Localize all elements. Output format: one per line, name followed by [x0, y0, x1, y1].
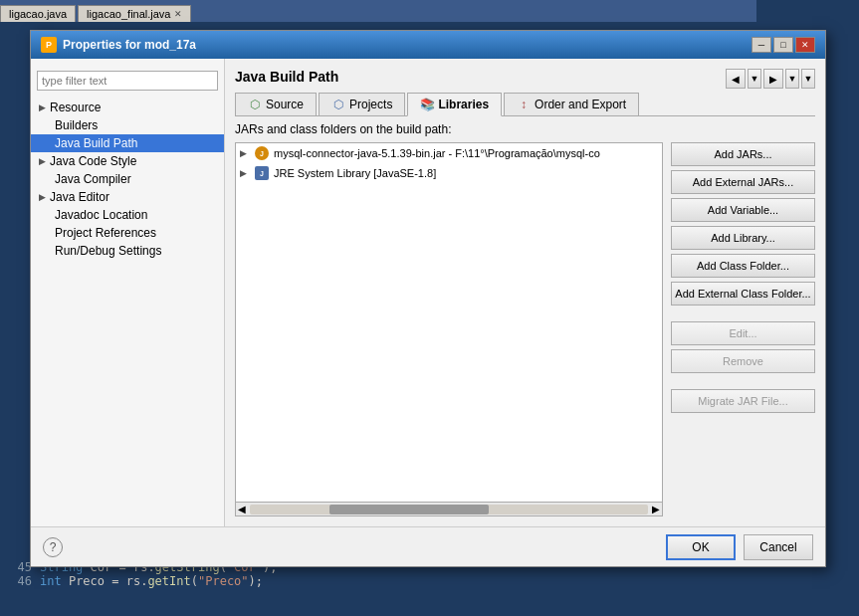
jars-description: JARs and class folders on the build path…	[235, 122, 815, 136]
tab-close-icon[interactable]: ✕	[174, 9, 182, 19]
sidebar-item-label: Java Code Style	[50, 154, 136, 168]
tab-label: Source	[266, 98, 304, 111]
sidebar-item-java-editor[interactable]: ▶ Java Editor	[31, 188, 224, 206]
tab-source[interactable]: ⬡ Source	[235, 93, 317, 115]
sidebar-item-builders[interactable]: Builders	[31, 116, 224, 134]
filter-container	[31, 67, 224, 95]
add-jars-button[interactable]: Add JARs...	[671, 142, 815, 166]
remove-button[interactable]: Remove	[671, 349, 815, 373]
cancel-button[interactable]: Cancel	[744, 534, 813, 560]
maximize-button[interactable]: □	[773, 37, 793, 53]
list-item[interactable]: ▶ J mysql-connector-java-5.1.39-bin.jar …	[236, 143, 662, 163]
tabs-bar: ⬡ Source ⬡ Projects 📚 Libraries ↕ Order …	[235, 93, 815, 116]
dialog-titlebar: P Properties for mod_17a ─ □ ✕	[31, 31, 825, 59]
sidebar-item-java-code-style[interactable]: ▶ Java Code Style	[31, 152, 224, 170]
add-variable-button[interactable]: Add Variable...	[671, 198, 815, 222]
forward-dropdown[interactable]: ▼	[785, 69, 799, 89]
add-external-jars-button[interactable]: Add External JARs...	[671, 170, 815, 194]
expand-arrow-icon: ▶	[39, 103, 46, 112]
help-button[interactable]: ?	[43, 537, 63, 557]
dialog-footer: ? OK Cancel	[31, 526, 825, 566]
dialog-title-area: P Properties for mod_17a	[41, 37, 196, 53]
sidebar-item-label: Java Editor	[50, 190, 109, 204]
expand-arrow-icon: ▶	[39, 156, 46, 166]
list-item[interactable]: ▶ J JRE System Library [JavaSE-1.8]	[236, 163, 662, 183]
sidebar-item-label: Java Compiler	[55, 172, 131, 186]
dialog-close-button[interactable]: ✕	[795, 37, 815, 53]
main-panel: ▶ J mysql-connector-java-5.1.39-bin.jar …	[235, 142, 815, 516]
add-library-button[interactable]: Add Library...	[671, 226, 815, 250]
tab-label: Order and Export	[535, 98, 626, 111]
code-content: int Preco = rs.getInt("Preco");	[40, 574, 263, 588]
line-number: 45	[8, 560, 32, 574]
library-list[interactable]: ▶ J mysql-connector-java-5.1.39-bin.jar …	[236, 143, 662, 502]
forward-button[interactable]: ▶	[763, 69, 783, 89]
export-icon: ↕	[517, 98, 531, 111]
sidebar-item-label: Project References	[55, 226, 156, 240]
library-label: mysql-connector-java-5.1.39-bin.jar - F:…	[274, 147, 600, 159]
edit-button[interactable]: Edit...	[671, 321, 815, 345]
sidebar-item-javadoc-location[interactable]: Javadoc Location	[31, 206, 224, 224]
titlebar-controls: ─ □ ✕	[752, 37, 815, 53]
dialog-icon: P	[41, 37, 57, 53]
scrollbar-thumb[interactable]	[329, 505, 489, 514]
sidebar-item-label: Resource	[50, 101, 101, 114]
library-list-container: ▶ J mysql-connector-java-5.1.39-bin.jar …	[235, 142, 663, 516]
action-buttons-panel: Add JARs... Add External JARs... Add Var…	[671, 142, 815, 516]
sidebar-item-java-build-path[interactable]: Java Build Path	[31, 134, 224, 152]
navigation-arrows: ◀ ▼ ▶ ▼ ▼	[726, 69, 815, 89]
jre-icon: J	[254, 165, 270, 181]
libraries-icon: 📚	[420, 98, 434, 111]
back-button[interactable]: ◀	[726, 69, 746, 89]
scroll-right-button[interactable]: ▶	[650, 504, 662, 514]
tab-label: ligacao_final.java	[87, 8, 170, 20]
tab-libraries[interactable]: 📚 Libraries	[407, 93, 502, 116]
dialog-title-text: Properties for mod_17a	[63, 38, 196, 52]
footer-left: ?	[43, 537, 658, 557]
add-class-folder-button[interactable]: Add Class Folder...	[671, 254, 815, 278]
add-external-class-folder-button[interactable]: Add External Class Folder...	[671, 282, 815, 306]
content-area: Java Build Path ◀ ▼ ▶ ▼ ▼ ⬡ Source ⬡ Pro…	[225, 59, 825, 526]
sidebar-item-project-references[interactable]: Project References	[31, 224, 224, 242]
scrollbar-track[interactable]	[250, 505, 648, 514]
expand-arrow-icon: ▶	[240, 168, 250, 178]
minimize-button[interactable]: ─	[752, 37, 771, 53]
migrate-jar-button[interactable]: Migrate JAR File...	[671, 389, 815, 413]
sidebar-item-label: Run/Debug Settings	[55, 244, 161, 258]
ok-button[interactable]: OK	[666, 534, 736, 560]
menu-dropdown[interactable]: ▼	[801, 69, 815, 89]
horizontal-scrollbar[interactable]: ◀ ▶	[236, 502, 662, 515]
expand-arrow-icon: ▶	[240, 148, 250, 158]
sidebar-item-java-compiler[interactable]: Java Compiler	[31, 170, 224, 188]
tab-ligacao-final-java[interactable]: ligacao_final.java ✕	[78, 5, 191, 22]
tab-label: Projects	[349, 98, 392, 111]
library-label: JRE System Library [JavaSE-1.8]	[274, 167, 436, 179]
code-line-46: 46 int Preco = rs.getInt("Preco");	[8, 574, 851, 588]
button-separator	[671, 309, 815, 317]
tab-projects[interactable]: ⬡ Projects	[319, 93, 405, 115]
tab-ligacao-java[interactable]: ligacao.java	[0, 5, 76, 22]
sidebar-item-label: Javadoc Location	[55, 208, 147, 222]
source-icon: ⬡	[248, 98, 262, 111]
jar-icon: J	[254, 145, 270, 161]
editor-tab-bar: ligacao.java ligacao_final.java ✕	[0, 0, 756, 22]
tab-order-export[interactable]: ↕ Order and Export	[504, 93, 639, 115]
projects-icon: ⬡	[331, 98, 345, 111]
sidebar-item-label: Builders	[55, 118, 98, 132]
properties-dialog: P Properties for mod_17a ─ □ ✕ ▶ Resourc…	[30, 30, 826, 567]
tab-label: Libraries	[438, 98, 489, 111]
filter-input[interactable]	[37, 71, 218, 91]
library-list-inner: ▶ J mysql-connector-java-5.1.39-bin.jar …	[236, 143, 662, 183]
back-dropdown[interactable]: ▼	[748, 69, 761, 89]
sidebar-item-label: Java Build Path	[55, 136, 137, 150]
expand-arrow-icon: ▶	[39, 192, 46, 202]
button-separator	[671, 377, 815, 385]
sidebar: ▶ Resource Builders Java Build Path ▶ Ja…	[31, 59, 225, 526]
sidebar-item-resource[interactable]: ▶ Resource	[31, 99, 224, 116]
line-number: 46	[8, 574, 32, 588]
scroll-left-button[interactable]: ◀	[236, 504, 248, 514]
sidebar-item-run-debug-settings[interactable]: Run/Debug Settings	[31, 242, 224, 260]
dialog-body: ▶ Resource Builders Java Build Path ▶ Ja…	[31, 59, 825, 526]
tab-label: ligacao.java	[9, 8, 67, 20]
